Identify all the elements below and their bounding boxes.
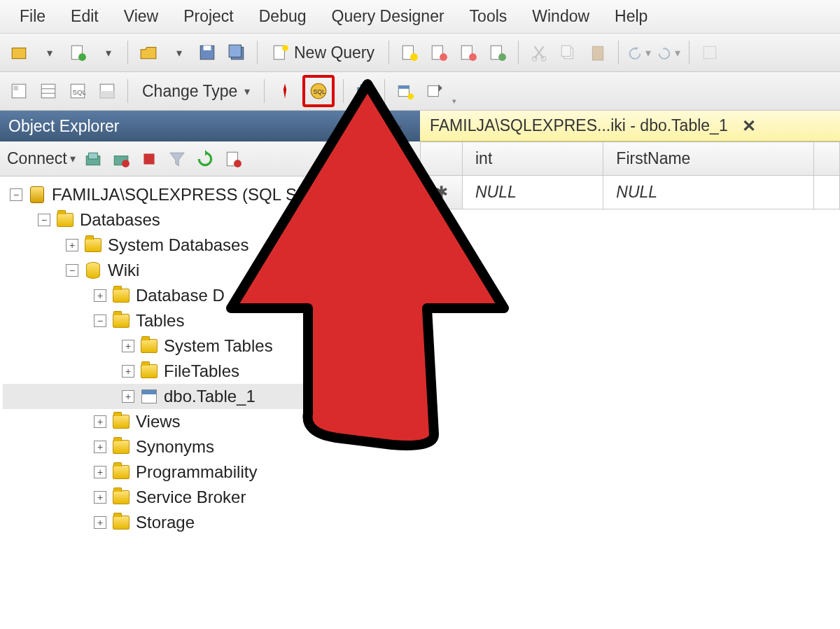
tab-close-icon[interactable]: ✕ <box>742 116 756 136</box>
menu-project[interactable]: Project <box>171 1 246 32</box>
connect-button[interactable]: Connect <box>7 149 76 168</box>
change-type-button[interactable]: Change Type <box>136 82 255 101</box>
table-icon <box>140 387 158 406</box>
separator <box>388 41 389 64</box>
menu-window[interactable]: Window <box>519 1 602 32</box>
expand-icon[interactable]: + <box>94 289 106 302</box>
folder-icon <box>112 286 130 305</box>
filter-icon[interactable] <box>167 148 188 170</box>
expand-icon[interactable]: + <box>94 491 106 504</box>
tree-storage-node[interactable]: + Storage <box>3 510 417 535</box>
add-item-dropdown-icon[interactable] <box>95 41 119 64</box>
show-results-pane-icon[interactable] <box>95 79 119 103</box>
expand-icon[interactable]: + <box>94 415 106 428</box>
show-diagram-pane-icon[interactable] <box>7 79 31 103</box>
stop-icon[interactable] <box>139 148 160 170</box>
add-new-derived-table-icon[interactable] <box>423 79 447 103</box>
database-engine-query-icon[interactable] <box>398 41 421 64</box>
verify-sql-icon[interactable]: SQL <box>307 79 330 103</box>
panel-options-icon[interactable] <box>393 117 402 136</box>
execute-sql-icon[interactable] <box>273 79 297 103</box>
collapse-icon[interactable]: − <box>38 214 50 226</box>
column-header-firstname[interactable]: FirstName <box>603 142 814 176</box>
menu-query-designer[interactable]: Query Designer <box>319 1 457 32</box>
expand-icon[interactable]: + <box>94 441 106 453</box>
redo-icon[interactable] <box>657 41 680 64</box>
toolbar-overflow-icon[interactable]: ▾ <box>452 97 456 106</box>
grid-cell[interactable]: NULL <box>463 176 603 209</box>
svg-point-41 <box>122 160 130 167</box>
new-project-dropdown-icon[interactable] <box>36 41 60 64</box>
show-sql-pane-icon[interactable]: SQL <box>66 79 90 103</box>
folder-icon <box>112 312 130 330</box>
xmla-query-icon[interactable] <box>486 41 510 64</box>
svg-point-44 <box>234 160 241 167</box>
verify-sql-button-highlighted[interactable]: SQL <box>302 75 335 107</box>
copy-icon[interactable] <box>556 41 580 64</box>
folder-icon <box>112 438 130 456</box>
tree-system-tables-node[interactable]: + System Tables <box>3 333 417 359</box>
tree-system-databases-node[interactable]: + System Databases <box>3 233 417 258</box>
add-item-icon[interactable] <box>66 41 90 64</box>
open-dropdown-icon[interactable] <box>166 41 190 64</box>
table-row[interactable]: ✱ NULL NULL <box>421 176 840 209</box>
save-icon[interactable] <box>195 41 219 64</box>
collapse-icon[interactable]: − <box>66 264 78 277</box>
show-criteria-pane-icon[interactable] <box>36 79 60 103</box>
tree-views-node[interactable]: + Views <box>3 409 417 434</box>
expand-icon[interactable]: + <box>66 239 78 251</box>
expand-icon[interactable]: + <box>122 340 134 352</box>
tree-filetables-node[interactable]: + FileTables <box>3 359 417 384</box>
undo-icon[interactable] <box>627 41 651 64</box>
menu-tools[interactable]: Tools <box>457 1 520 32</box>
svg-rect-31 <box>100 91 114 98</box>
svg-point-16 <box>498 53 506 61</box>
separator <box>257 41 258 64</box>
menu-help[interactable]: Help <box>602 1 660 32</box>
tree-synonyms-node[interactable]: + Synonyms <box>3 434 417 459</box>
menu-debug[interactable]: Debug <box>246 1 319 32</box>
open-folder-icon[interactable] <box>136 41 160 64</box>
svg-point-12 <box>440 53 447 61</box>
script-icon[interactable] <box>223 148 244 170</box>
navigate-back-icon[interactable] <box>698 41 722 64</box>
cut-icon[interactable] <box>527 41 551 64</box>
grid-cell[interactable]: NULL <box>603 176 814 209</box>
menu-view[interactable]: View <box>111 1 171 32</box>
tree-wiki-database-node[interactable]: − Wiki <box>3 258 417 283</box>
object-explorer-panel: Object Explorer Connect − FAMILJA\SQLEXP… <box>0 111 420 629</box>
expand-icon[interactable]: + <box>94 466 106 478</box>
tree-service-broker-node[interactable]: + Service Broker <box>3 485 417 510</box>
svg-rect-39 <box>88 153 97 159</box>
new-query-button[interactable]: New Query <box>266 43 380 62</box>
menu-edit[interactable]: Edit <box>58 1 111 32</box>
add-group-by-icon[interactable] <box>352 79 376 103</box>
add-table-icon[interactable] <box>393 79 417 103</box>
tree-server-node[interactable]: − FAMILJA\SQLEXPRESS (SQL S <box>3 182 417 207</box>
expand-icon[interactable]: + <box>122 365 134 378</box>
tree-databases-node[interactable]: − Databases <box>3 207 417 233</box>
save-all-icon[interactable] <box>225 41 248 64</box>
document-tab[interactable]: FAMILJA\SQLEXPRES...iki - dbo.Table_1 ✕ <box>420 111 840 141</box>
separator <box>618 41 619 64</box>
menu-file[interactable]: File <box>7 1 58 32</box>
paste-icon[interactable] <box>586 41 610 64</box>
grid-cell[interactable] <box>814 176 840 209</box>
collapse-icon[interactable]: − <box>94 314 106 327</box>
column-header-int[interactable]: int <box>463 142 603 176</box>
tree-database-diagrams-node[interactable]: + Database D <box>3 283 417 308</box>
collapse-icon[interactable]: − <box>10 188 22 201</box>
mdx-query-icon[interactable] <box>456 41 480 64</box>
tree-tables-node[interactable]: − Tables <box>3 308 417 333</box>
disconnect-icon[interactable] <box>111 148 132 170</box>
tree-programmability-node[interactable]: + Programmability <box>3 459 417 485</box>
refresh-icon[interactable] <box>195 148 216 170</box>
connect-icon[interactable] <box>83 148 104 170</box>
svg-point-36 <box>408 93 414 99</box>
analysis-query-icon[interactable] <box>427 41 451 64</box>
expand-icon[interactable]: + <box>122 390 134 403</box>
expand-icon[interactable]: + <box>94 516 106 529</box>
svg-rect-20 <box>561 46 570 56</box>
tree-dbo-table-1-node[interactable]: + dbo.Table_1 <box>3 384 417 409</box>
new-project-icon[interactable] <box>7 41 31 64</box>
